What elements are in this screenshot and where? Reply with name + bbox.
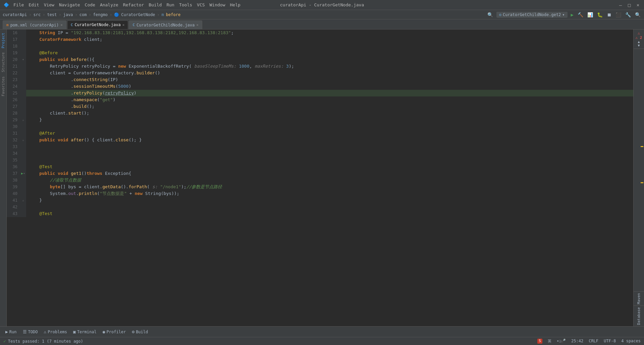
gutter-39 [20, 184, 26, 190]
maven-panel: Maven [634, 291, 644, 305]
sidebar-project-icon[interactable]: Project [0, 31, 6, 50]
debug-icon[interactable]: 🐛 [596, 11, 603, 18]
settings-icon[interactable]: 🔧 [625, 11, 632, 18]
run-config-selector[interactable]: ⚙ CuratorGetChildNode.get2 ▾ [496, 12, 568, 18]
fold-icon-41[interactable]: ▵ [22, 197, 24, 204]
fold-icon-37[interactable]: ▾ [23, 170, 25, 177]
gutter-43 [20, 210, 26, 217]
breadcrumb-class[interactable]: 🔵 [114, 12, 119, 17]
menu-analyze[interactable]: Analyze [100, 2, 118, 7]
menu-refactor[interactable]: Refactor [123, 2, 144, 7]
menu-run[interactable]: Run [166, 2, 174, 7]
ime-indicator: S [537, 339, 542, 344]
code-line-38: 38 //读取节点数据 [7, 177, 633, 184]
menu-file[interactable]: File [13, 2, 24, 7]
gutter-40 [20, 190, 26, 197]
stop-icon[interactable]: ⏹ [606, 11, 612, 18]
code-line-41: 41 ▵ } [7, 197, 633, 204]
line-content-37: public void get1()throws Exception{ [26, 170, 633, 177]
line-content-31: @After [26, 130, 633, 137]
error-stripe-panel: ⚠ ⚠ 2 ▲ ▼ [634, 29, 644, 49]
database-sidebar-label[interactable]: Database [637, 307, 641, 325]
profiler-button[interactable]: ◉ Profiler [100, 328, 129, 335]
status-charset[interactable]: UTF-8 [604, 339, 616, 344]
breadcrumb-fengmo[interactable]: fengmo [93, 12, 108, 17]
line-content-39: byte[] bys = client.getData().forPath( s… [26, 184, 633, 190]
problems-button[interactable]: ⚠ Problems [41, 328, 70, 335]
todo-button[interactable]: ☰ TODO [20, 328, 41, 335]
gutter-37: ▶ ▾ [20, 170, 26, 177]
search-everywhere-icon[interactable]: 🔍 [634, 11, 641, 18]
line-content-32: public void after() { client.close(); } [26, 137, 633, 143]
run-config-dropdown-icon[interactable]: ▾ [562, 12, 565, 17]
minimize-button[interactable]: — [618, 2, 623, 8]
menu-view[interactable]: View [44, 2, 54, 7]
status-message: Tests passed: 1 (7 minutes ago) [8, 339, 83, 344]
build-tool-label: Build [136, 330, 148, 334]
breadcrumb-method[interactable]: before [166, 12, 180, 17]
code-line-32: 32 ▵ public void after() { client.close(… [7, 137, 633, 143]
code-editor[interactable]: 16 String IP = "192.168.83.138:2181,192.… [7, 29, 633, 326]
breadcrumb-classname[interactable]: CuratorGetNode [121, 12, 155, 17]
close-button[interactable]: × [635, 2, 641, 8]
run-tool-button[interactable]: ▶ Run [3, 328, 19, 335]
code-line-22: 22 client = CuratorFrameworkFactory.buil… [7, 70, 633, 76]
maximize-button[interactable]: □ [627, 2, 632, 8]
line-content-21: RetryPolicy retryPolicy = new Exponentia… [26, 63, 633, 70]
menu-help[interactable]: Help [230, 2, 240, 7]
fold-icon-32[interactable]: ▵ [22, 137, 24, 143]
sidebar-structure-icon[interactable]: Structure [0, 50, 6, 74]
code-scroll-area[interactable]: 16 String IP = "192.168.83.138:2181,192.… [7, 29, 633, 326]
tab-curator-label: CuratorGetNode.java [74, 22, 120, 27]
run-tool-label: Run [9, 330, 17, 334]
sidebar-favorites-icon[interactable]: Favorites [0, 74, 6, 98]
layout-icon[interactable]: ⬛ [615, 11, 622, 18]
menu-tools[interactable]: Tools [179, 2, 192, 7]
line-num-43: 43 [7, 210, 20, 217]
tab-pom-close[interactable]: × [60, 23, 63, 27]
status-indent[interactable]: 4 spaces [621, 339, 641, 344]
line-num-40: 40 [7, 190, 20, 197]
tab-curator-close[interactable]: × [122, 23, 125, 27]
line-num-38: 38 [7, 177, 20, 184]
line-content-43: @Test [26, 210, 633, 217]
breadcrumb-project[interactable]: curatorApi [3, 12, 27, 17]
code-line-21: 21 RetryPolicy retryPolicy = new Exponen… [7, 63, 633, 70]
build-tool-button[interactable]: ⚙ Build [129, 328, 151, 335]
breadcrumb-java[interactable]: java [63, 12, 73, 17]
line-content-33 [26, 143, 633, 150]
line-content-30 [26, 123, 633, 130]
tab-curator[interactable]: C CuratorGetNode.java × [67, 20, 128, 29]
code-line-30: 30 [7, 123, 633, 130]
breadcrumb-com[interactable]: com [79, 12, 87, 17]
tab-pom[interactable]: m pom.xml (curatorApi) × [3, 20, 66, 29]
line-num-26: 26 [7, 96, 20, 103]
gutter-20: ▾ [20, 56, 26, 63]
code-line-40: 40 System.out.println("节点数据是" + new Stri… [7, 190, 633, 197]
menu-navigate[interactable]: Navigate [59, 2, 80, 7]
navigate-back-icon[interactable]: 🔍 [487, 11, 494, 18]
coverage-icon[interactable]: 📊 [587, 11, 594, 18]
maven-sidebar-label[interactable]: Maven [637, 293, 641, 304]
warning-stripe-2 [641, 182, 643, 183]
menu-edit[interactable]: Edit [29, 2, 39, 7]
menu-window[interactable]: Window [210, 2, 225, 7]
tab-pom-icon: m [6, 23, 9, 27]
line-num-28: 28 [7, 110, 20, 117]
tab-child[interactable]: C CuratorGetChildNode.java × [129, 20, 202, 29]
breadcrumb-test[interactable]: test [47, 12, 57, 17]
tab-child-close[interactable]: × [196, 23, 199, 27]
status-line-ending[interactable]: CRLF [589, 339, 598, 344]
nav-up-icon[interactable]: ▲ [638, 40, 640, 44]
line-content-16: String IP = "192.168.83.138:2181,192.168… [26, 29, 633, 36]
build-icon[interactable]: 🔨 [577, 11, 584, 18]
menu-vcs[interactable]: VCS [197, 2, 205, 7]
nav-down-icon[interactable]: ▼ [638, 44, 640, 47]
terminal-button[interactable]: ▣ Terminal [70, 328, 99, 335]
fold-icon-29[interactable]: ▵ [22, 117, 24, 123]
menu-code[interactable]: Code [85, 2, 95, 7]
run-button-toolbar[interactable]: ▶ [570, 11, 574, 18]
menu-build[interactable]: Build [149, 2, 162, 7]
fold-icon-20[interactable]: ▾ [22, 56, 24, 63]
breadcrumb-src[interactable]: src [33, 12, 41, 17]
